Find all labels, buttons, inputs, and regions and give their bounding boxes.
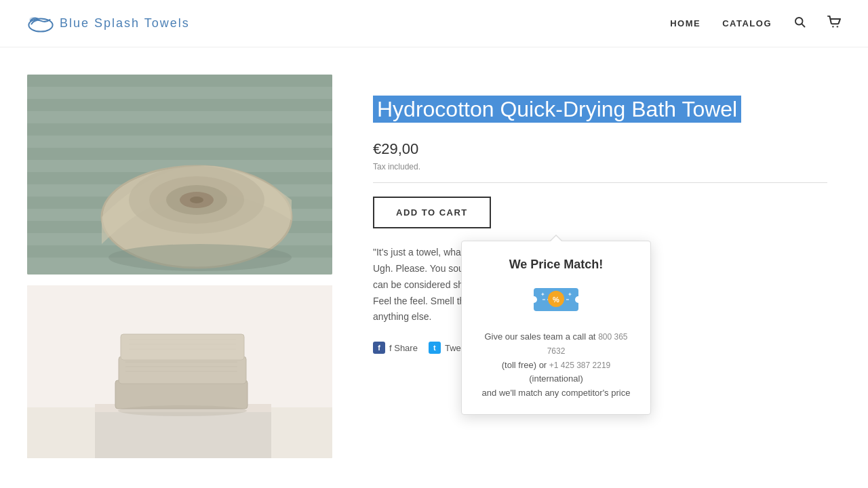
cart-icon[interactable] [827,16,841,31]
product-image-bottom [27,285,332,458]
popup-body-line1: Give our sales team a call at [484,331,595,342]
svg-rect-27 [115,380,248,409]
product-image-top [27,75,332,274]
svg-rect-7 [27,75,332,87]
twitter-icon: t [429,342,441,354]
popup-icon-area: % ✦ ✦ [475,283,637,319]
popup-body-line2: and we'll match any competitor's price [482,388,631,398]
popup-body: Give our sales team a call at 800 365 76… [475,330,637,401]
svg-rect-26 [95,412,271,458]
coupon-icon: % ✦ ✦ [532,283,580,317]
svg-rect-10 [27,148,332,160]
share-facebook-button[interactable]: f f Share [373,342,418,354]
nav-home[interactable]: HOME [670,18,701,28]
product-title-wrapper: Hydrocotton Quick-Drying Bath Towel [373,95,827,124]
svg-point-22 [108,244,292,271]
towel-stack-svg [27,285,332,458]
price-match-popup: We Price Match! % ✦ ✦ [461,241,651,415]
svg-rect-31 [121,334,244,360]
towel-roll-svg [27,75,332,274]
svg-text:%: % [553,296,559,304]
svg-line-3 [802,24,804,26]
logo-icon [27,14,54,34]
desc-line5: anything else. [373,311,431,322]
product-price: €29,00 [373,140,827,158]
svg-rect-29 [119,357,246,384]
svg-rect-8 [27,99,332,111]
share-facebook-label: f Share [389,343,418,353]
popup-phone-tollfree-label: (toll free) or [502,360,547,370]
svg-text:✦: ✦ [568,291,572,298]
logo-area[interactable]: Blue Splash Towels [27,14,190,34]
brand-name: Blue Splash Towels [60,16,190,30]
popup-arrow-inner [550,236,562,242]
nav-catalog[interactable]: CATALOG [722,18,772,28]
product-title: Hydrocotton Quick-Drying Bath Towel [373,96,741,123]
add-to-cart-button[interactable]: ADD TO CART [373,197,491,228]
tax-note: Tax included. [373,162,827,171]
svg-point-4 [832,26,833,27]
svg-text:✦: ✦ [540,291,545,298]
popup-phone-intl: +1 425 387 2219 [549,361,610,370]
divider [373,182,827,183]
product-info: Hydrocotton Quick-Drying Bath Towel €29,… [373,75,827,458]
facebook-icon: f [373,342,385,354]
main-content: Hydrocotton Quick-Drying Bath Towel €29,… [27,47,841,485]
product-images [27,75,332,458]
popup-phone-intl-label: (international) [529,373,583,384]
svg-point-39 [118,405,247,416]
svg-point-21 [190,197,203,203]
main-nav: HOME CATALOG [670,16,841,31]
svg-point-5 [837,26,838,27]
svg-rect-9 [27,123,332,136]
search-icon[interactable] [793,16,806,31]
product-title-text: Hydrocotton Quick-Drying Bath Towel [373,96,741,123]
popup-title: We Price Match! [475,258,637,272]
site-header: Blue Splash Towels HOME CATALOG [0,0,868,47]
